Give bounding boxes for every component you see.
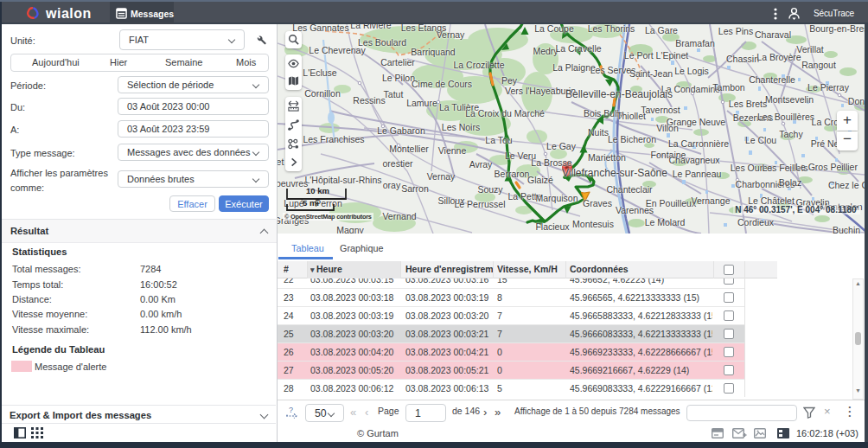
svg-text:?: ? [289,406,293,414]
